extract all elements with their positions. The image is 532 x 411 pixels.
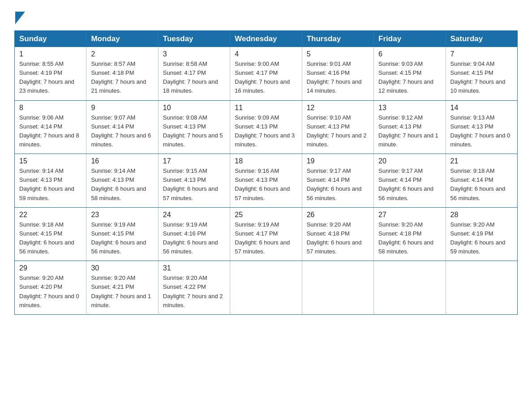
day-info: Sunrise: 9:15 AMSunset: 4:13 PMDaylight:… — [163, 167, 225, 203]
calendar-cell: 23Sunrise: 9:19 AMSunset: 4:15 PMDayligh… — [86, 207, 158, 261]
day-number: 12 — [307, 104, 369, 112]
calendar-cell: 11Sunrise: 9:09 AMSunset: 4:13 PMDayligh… — [230, 100, 302, 154]
day-info: Sunrise: 9:01 AMSunset: 4:16 PMDaylight:… — [307, 60, 369, 96]
calendar-cell — [374, 261, 446, 315]
calendar-cell: 7Sunrise: 9:04 AMSunset: 4:15 PMDaylight… — [446, 47, 517, 100]
day-number: 8 — [19, 104, 82, 112]
day-header-monday: Monday — [86, 31, 158, 47]
day-number: 22 — [19, 211, 82, 219]
day-info: Sunrise: 9:20 AMSunset: 4:18 PMDaylight:… — [378, 220, 441, 257]
calendar-cell: 31Sunrise: 9:20 AMSunset: 4:22 PMDayligh… — [158, 261, 230, 315]
svg-marker-0 — [15, 12, 25, 24]
day-number: 24 — [163, 211, 225, 219]
calendar-cell: 29Sunrise: 9:20 AMSunset: 4:20 PMDayligh… — [15, 261, 86, 315]
day-number: 14 — [450, 104, 513, 112]
day-info: Sunrise: 9:20 AMSunset: 4:18 PMDaylight:… — [307, 220, 369, 257]
calendar-table: SundayMondayTuesdayWednesdayThursdayFrid… — [14, 30, 518, 315]
day-info: Sunrise: 9:12 AMSunset: 4:13 PMDaylight:… — [378, 113, 441, 150]
calendar-cell: 2Sunrise: 8:57 AMSunset: 4:18 PMDaylight… — [86, 47, 158, 100]
calendar-cell: 25Sunrise: 9:19 AMSunset: 4:17 PMDayligh… — [230, 207, 302, 261]
day-number: 4 — [235, 50, 297, 58]
day-info: Sunrise: 8:57 AMSunset: 4:18 PMDaylight:… — [91, 60, 153, 96]
day-info: Sunrise: 9:18 AMSunset: 4:15 PMDaylight:… — [19, 220, 82, 257]
day-number: 17 — [163, 157, 225, 165]
day-number: 28 — [450, 211, 513, 219]
calendar-cell: 15Sunrise: 9:14 AMSunset: 4:13 PMDayligh… — [15, 154, 86, 208]
day-info: Sunrise: 8:55 AMSunset: 4:19 PMDaylight:… — [19, 60, 82, 96]
calendar-cell: 10Sunrise: 9:08 AMSunset: 4:13 PMDayligh… — [158, 100, 230, 154]
day-number: 19 — [307, 157, 369, 165]
day-number: 3 — [163, 50, 225, 58]
day-info: Sunrise: 9:08 AMSunset: 4:13 PMDaylight:… — [163, 113, 225, 150]
day-number: 7 — [450, 50, 513, 58]
calendar-cell: 3Sunrise: 8:58 AMSunset: 4:17 PMDaylight… — [158, 47, 230, 100]
day-info: Sunrise: 9:19 AMSunset: 4:15 PMDaylight:… — [91, 220, 153, 257]
calendar-cell: 14Sunrise: 9:13 AMSunset: 4:13 PMDayligh… — [446, 100, 517, 154]
day-number: 30 — [91, 264, 153, 272]
calendar-cell: 22Sunrise: 9:18 AMSunset: 4:15 PMDayligh… — [15, 207, 86, 261]
day-info: Sunrise: 9:18 AMSunset: 4:14 PMDaylight:… — [450, 167, 513, 203]
day-number: 29 — [19, 264, 82, 272]
calendar-cell: 28Sunrise: 9:20 AMSunset: 4:19 PMDayligh… — [446, 207, 517, 261]
day-number: 10 — [163, 104, 225, 112]
day-number: 9 — [91, 104, 153, 112]
calendar-cell: 12Sunrise: 9:10 AMSunset: 4:13 PMDayligh… — [302, 100, 373, 154]
day-number: 21 — [450, 157, 513, 165]
calendar-week-row: 15Sunrise: 9:14 AMSunset: 4:13 PMDayligh… — [15, 154, 518, 208]
day-info: Sunrise: 9:13 AMSunset: 4:13 PMDaylight:… — [450, 113, 513, 150]
day-header-tuesday: Tuesday — [158, 31, 230, 47]
calendar-header-row: SundayMondayTuesdayWednesdayThursdayFrid… — [15, 31, 518, 47]
day-number: 23 — [91, 211, 153, 219]
calendar-cell: 8Sunrise: 9:06 AMSunset: 4:14 PMDaylight… — [15, 100, 86, 154]
day-info: Sunrise: 9:06 AMSunset: 4:14 PMDaylight:… — [19, 113, 82, 150]
logo — [14, 11, 25, 22]
day-number: 25 — [235, 211, 297, 219]
day-info: Sunrise: 8:58 AMSunset: 4:17 PMDaylight:… — [163, 60, 225, 96]
day-number: 16 — [91, 157, 153, 165]
day-number: 27 — [378, 211, 441, 219]
day-number: 18 — [235, 157, 297, 165]
day-info: Sunrise: 9:20 AMSunset: 4:20 PMDaylight:… — [19, 274, 82, 310]
day-info: Sunrise: 9:14 AMSunset: 4:13 PMDaylight:… — [19, 167, 82, 203]
day-info: Sunrise: 9:20 AMSunset: 4:19 PMDaylight:… — [450, 220, 513, 257]
day-info: Sunrise: 9:04 AMSunset: 4:15 PMDaylight:… — [450, 60, 513, 96]
calendar-week-row: 22Sunrise: 9:18 AMSunset: 4:15 PMDayligh… — [15, 207, 518, 261]
calendar-week-row: 8Sunrise: 9:06 AMSunset: 4:14 PMDaylight… — [15, 100, 518, 154]
calendar-cell: 24Sunrise: 9:19 AMSunset: 4:16 PMDayligh… — [158, 207, 230, 261]
day-header-saturday: Saturday — [446, 31, 517, 47]
day-number: 31 — [163, 264, 225, 272]
day-info: Sunrise: 9:03 AMSunset: 4:15 PMDaylight:… — [378, 60, 441, 96]
day-number: 26 — [307, 211, 369, 219]
calendar-cell: 1Sunrise: 8:55 AMSunset: 4:19 PMDaylight… — [15, 47, 86, 100]
calendar-week-row: 29Sunrise: 9:20 AMSunset: 4:20 PMDayligh… — [15, 261, 518, 315]
calendar-cell: 6Sunrise: 9:03 AMSunset: 4:15 PMDaylight… — [374, 47, 446, 100]
calendar-cell: 30Sunrise: 9:20 AMSunset: 4:21 PMDayligh… — [86, 261, 158, 315]
day-info: Sunrise: 9:17 AMSunset: 4:14 PMDaylight:… — [307, 167, 369, 203]
calendar-cell — [446, 261, 517, 315]
calendar-cell — [302, 261, 373, 315]
day-number: 5 — [307, 50, 369, 58]
day-info: Sunrise: 9:19 AMSunset: 4:17 PMDaylight:… — [235, 220, 297, 257]
day-info: Sunrise: 9:20 AMSunset: 4:22 PMDaylight:… — [163, 274, 225, 310]
day-number: 15 — [19, 157, 82, 165]
calendar-cell: 20Sunrise: 9:17 AMSunset: 4:14 PMDayligh… — [374, 154, 446, 208]
day-number: 6 — [378, 50, 441, 58]
day-info: Sunrise: 9:17 AMSunset: 4:14 PMDaylight:… — [378, 167, 441, 203]
calendar-cell: 21Sunrise: 9:18 AMSunset: 4:14 PMDayligh… — [446, 154, 517, 208]
day-header-sunday: Sunday — [15, 31, 86, 47]
day-header-thursday: Thursday — [302, 31, 373, 47]
calendar-cell: 19Sunrise: 9:17 AMSunset: 4:14 PMDayligh… — [302, 154, 373, 208]
calendar-cell: 9Sunrise: 9:07 AMSunset: 4:14 PMDaylight… — [86, 100, 158, 154]
calendar-cell: 5Sunrise: 9:01 AMSunset: 4:16 PMDaylight… — [302, 47, 373, 100]
day-number: 11 — [235, 104, 297, 112]
day-number: 20 — [378, 157, 441, 165]
day-number: 13 — [378, 104, 441, 112]
day-info: Sunrise: 9:16 AMSunset: 4:13 PMDaylight:… — [235, 167, 297, 203]
calendar-cell — [230, 261, 302, 315]
day-info: Sunrise: 9:10 AMSunset: 4:13 PMDaylight:… — [307, 113, 369, 150]
day-number: 1 — [19, 50, 82, 58]
day-header-wednesday: Wednesday — [230, 31, 302, 47]
logo-arrow-icon — [15, 12, 25, 24]
calendar-cell: 13Sunrise: 9:12 AMSunset: 4:13 PMDayligh… — [374, 100, 446, 154]
day-info: Sunrise: 9:19 AMSunset: 4:16 PMDaylight:… — [163, 220, 225, 257]
